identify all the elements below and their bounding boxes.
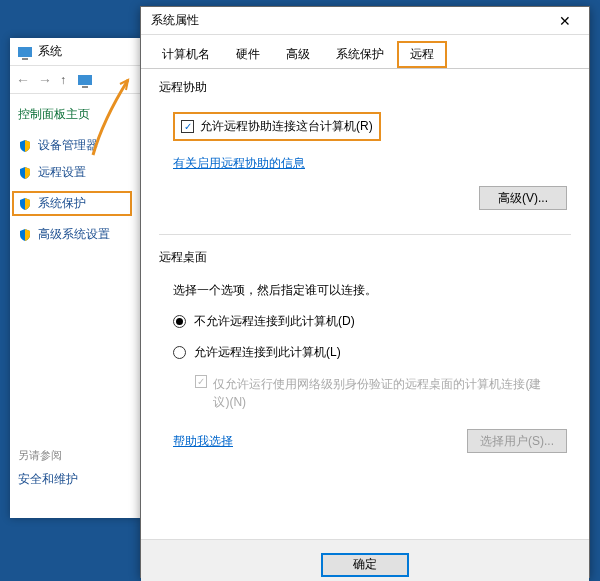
shield-icon [18, 139, 32, 153]
related-title: 另请参阅 [18, 448, 78, 463]
tab-hardware[interactable]: 硬件 [223, 41, 273, 68]
shield-icon [18, 166, 32, 180]
sidebar-item-remote-settings[interactable]: 远程设置 [18, 164, 132, 181]
radio-disallow-remote[interactable]: 不允许远程连接到此计算机(D) [173, 313, 567, 330]
sidebar-item-device-manager[interactable]: 设备管理器 [18, 137, 132, 154]
separator [159, 234, 571, 235]
bg-titlebar: 系统 [10, 38, 140, 66]
monitor-icon [78, 75, 92, 85]
sidebar-item-label: 系统保护 [38, 195, 86, 212]
checkbox-icon[interactable]: ✓ [181, 120, 194, 133]
remote-desktop-desc: 选择一个选项，然后指定谁可以连接。 [173, 282, 567, 299]
control-panel-window: 系统 ← → ↑ 控制面板主页 设备管理器 远程设置 系统保护 [10, 38, 140, 518]
tab-advanced[interactable]: 高级 [273, 41, 323, 68]
dialog-footer: 确定 [141, 539, 589, 581]
radio-label: 允许远程连接到此计算机(L) [194, 344, 341, 361]
nav-row: ← → ↑ [10, 66, 140, 94]
remote-assist-info-link[interactable]: 有关启用远程协助的信息 [173, 156, 305, 170]
tab-remote[interactable]: 远程 [397, 41, 447, 68]
related-section: 另请参阅 安全和维护 [18, 448, 78, 488]
close-button[interactable]: ✕ [547, 9, 583, 33]
sidebar-item-label: 高级系统设置 [38, 226, 110, 243]
sidebar-item-label: 远程设置 [38, 164, 86, 181]
forward-arrow-icon: → [38, 72, 52, 88]
bg-title: 系统 [38, 43, 62, 60]
shield-icon [18, 197, 32, 211]
help-choose-link[interactable]: 帮助我选择 [173, 433, 233, 450]
system-properties-dialog: 系统属性 ✕ 计算机名 硬件 高级 系统保护 远程 远程协助 ✓ 允许远程协助连… [140, 6, 590, 578]
up-arrow-icon[interactable]: ↑ [60, 73, 66, 87]
radio-label: 不允许远程连接到此计算机(D) [194, 313, 355, 330]
checkbox-label: 允许远程协助连接这台计算机(R) [200, 118, 373, 135]
tab-computer-name[interactable]: 计算机名 [149, 41, 223, 68]
sidebar-title: 控制面板主页 [18, 106, 132, 123]
dialog-titlebar: 系统属性 ✕ [141, 7, 589, 35]
related-link-security[interactable]: 安全和维护 [18, 471, 78, 488]
checkbox-icon: ✓ [195, 375, 207, 388]
radio-allow-remote[interactable]: 允许远程连接到此计算机(L) [173, 344, 567, 361]
select-users-button[interactable]: 选择用户(S)... [467, 429, 567, 453]
remote-desktop-fieldset: 远程桌面 选择一个选项，然后指定谁可以连接。 不允许远程连接到此计算机(D) 允… [159, 249, 571, 461]
allow-remote-assist-checkbox-row[interactable]: ✓ 允许远程协助连接这台计算机(R) [173, 112, 381, 141]
tab-system-protection[interactable]: 系统保护 [323, 41, 397, 68]
nla-checkbox-row: ✓ 仅允许运行使用网络级别身份验证的远程桌面的计算机连接(建议)(N) [195, 375, 555, 411]
sidebar-item-label: 设备管理器 [38, 137, 98, 154]
sidebar-item-system-protection[interactable]: 系统保护 [12, 191, 132, 216]
remote-assist-legend: 远程协助 [159, 79, 571, 96]
radio-icon[interactable] [173, 346, 186, 359]
shield-icon [18, 228, 32, 242]
remote-desktop-legend: 远程桌面 [159, 249, 571, 266]
ok-button[interactable]: 确定 [321, 553, 409, 577]
dialog-title: 系统属性 [151, 12, 199, 29]
sidebar-item-advanced-settings[interactable]: 高级系统设置 [18, 226, 132, 243]
monitor-icon [18, 47, 32, 57]
advanced-button[interactable]: 高级(V)... [479, 186, 567, 210]
back-arrow-icon[interactable]: ← [16, 72, 30, 88]
nla-checkbox-label: 仅允许运行使用网络级别身份验证的远程桌面的计算机连接(建议)(N) [213, 375, 555, 411]
remote-assist-fieldset: 远程协助 ✓ 允许远程协助连接这台计算机(R) 有关启用远程协助的信息 高级(V… [159, 79, 571, 218]
tab-bar: 计算机名 硬件 高级 系统保护 远程 [141, 35, 589, 69]
radio-icon[interactable] [173, 315, 186, 328]
